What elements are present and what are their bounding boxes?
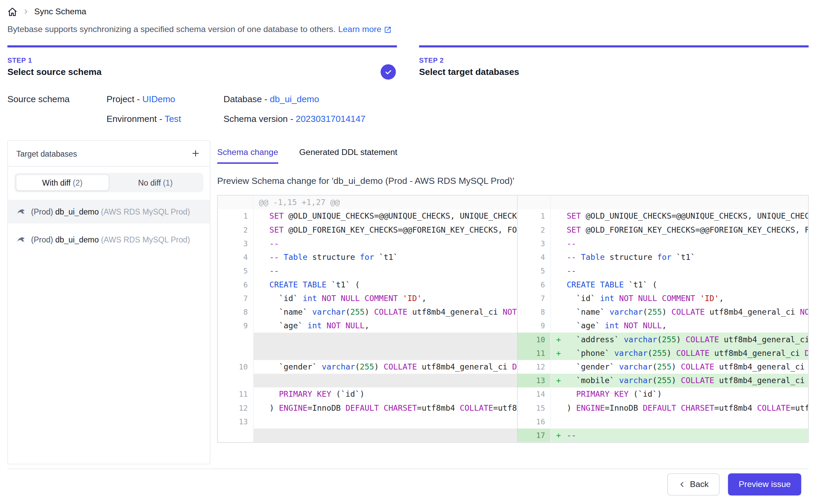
back-button[interactable]: Back bbox=[667, 473, 720, 495]
schema-diff-viewer[interactable]: @@ -1,15 +1,27 @@ 1SET @OLD_UNIQUE_CHECK… bbox=[217, 195, 809, 443]
diff-row: 6CREATE TABLE `t1` (6CREATE TABLE `t1` ( bbox=[218, 278, 808, 292]
main-content: Target databases With diff (2) No diff (… bbox=[7, 140, 809, 464]
list-item-database-1[interactable]: (Prod) db_ui_demo (AWS RDS MySQL Prod) bbox=[8, 200, 210, 224]
right-line-number: 3 bbox=[517, 237, 551, 250]
target-databases-title: Target databases bbox=[16, 149, 77, 158]
right-code: PRIMARY KEY (`id`) bbox=[551, 388, 808, 401]
diff-rows: 1SET @OLD_UNIQUE_CHECKS=@@UNIQUE_CHECKS,… bbox=[218, 209, 808, 442]
diff-filter-tabs: With diff (2) No diff (1) bbox=[14, 173, 204, 192]
left-line-number: 8 bbox=[218, 305, 253, 319]
diff-row: 9 `age` int NOT NULL,9 `age` int NOT NUL… bbox=[218, 319, 808, 332]
step-2-title: Select target databases bbox=[419, 67, 809, 78]
left-line-number: 5 bbox=[218, 264, 253, 278]
diff-row: 17+-- bbox=[218, 428, 808, 442]
diff-row: 11 PRIMARY KEY (`id`)14 PRIMARY KEY (`id… bbox=[218, 388, 808, 401]
right-code: ) ENGINE=InnoDB DEFAULT CHARSET=utf8mb4 … bbox=[551, 401, 808, 415]
left-line-number bbox=[218, 333, 253, 346]
left-line-number: 3 bbox=[218, 237, 253, 250]
target-database-list: (Prod) db_ui_demo (AWS RDS MySQL Prod) (… bbox=[8, 200, 210, 252]
tab-generated-ddl[interactable]: Generated DDL statement bbox=[299, 147, 397, 164]
project-label: Project - bbox=[107, 94, 140, 104]
tab-schema-change[interactable]: Schema change bbox=[217, 147, 278, 164]
diff-row: 10+ `address` varchar(255) COLLATE utf8m… bbox=[218, 333, 808, 346]
left-line-number: 12 bbox=[218, 401, 253, 415]
left-code: `age` int NOT NULL, bbox=[253, 319, 517, 332]
left-code: `id` int NOT NULL COMMENT 'ID', bbox=[253, 292, 517, 305]
preview-issue-label: Preview issue bbox=[739, 479, 791, 489]
left-code: -- bbox=[253, 264, 517, 278]
chevron-left-icon bbox=[678, 481, 686, 488]
step-1: STEP 1 Select source schema bbox=[7, 45, 397, 77]
left-line-number bbox=[218, 195, 253, 209]
diff-row: 1SET @OLD_UNIQUE_CHECKS=@@UNIQUE_CHECKS,… bbox=[218, 209, 808, 223]
external-link-icon[interactable] bbox=[384, 26, 392, 33]
preview-issue-button[interactable]: Preview issue bbox=[728, 473, 801, 495]
left-line-number: 11 bbox=[218, 388, 253, 401]
target-databases-header: Target databases bbox=[8, 141, 210, 167]
right-line-number: 16 bbox=[517, 415, 551, 428]
left-line-number: 6 bbox=[218, 278, 253, 292]
diff-row: 3--3-- bbox=[218, 237, 808, 250]
back-button-label: Back bbox=[690, 479, 709, 489]
mysql-icon bbox=[16, 207, 26, 217]
intro-text: Bytebase supports synchronizing a specif… bbox=[7, 25, 809, 34]
left-line-number bbox=[218, 346, 253, 360]
tab-no-diff-count: (1) bbox=[163, 178, 173, 187]
tab-with-diff-label: With diff bbox=[42, 178, 70, 187]
left-code: SET @OLD_UNIQUE_CHECKS=@@UNIQUE_CHECKS, … bbox=[253, 209, 517, 223]
diff-row: 1316 bbox=[218, 415, 808, 428]
right-code: + `phone` varchar(255) COLLATE utf8mb4_g… bbox=[551, 346, 808, 360]
right-line-number: 4 bbox=[517, 250, 551, 264]
left-line-number bbox=[218, 374, 253, 387]
schema-version-label: Schema version - bbox=[223, 114, 293, 124]
learn-more-link[interactable]: Learn more bbox=[338, 25, 381, 34]
schema-version-field: Schema version - 20230317014147 bbox=[223, 114, 809, 124]
database-name: db_ui_demo bbox=[55, 235, 99, 244]
right-code bbox=[551, 195, 808, 209]
right-code: -- bbox=[551, 264, 808, 278]
project-link[interactable]: UIDemo bbox=[142, 94, 175, 104]
diff-row: 8 `name` varchar(255) COLLATE utf8mb4_ge… bbox=[218, 305, 808, 319]
home-icon[interactable] bbox=[7, 6, 17, 16]
right-line-number: 5 bbox=[517, 264, 551, 278]
right-code: CREATE TABLE `t1` ( bbox=[551, 278, 808, 292]
left-code: `gender` varchar(255) COLLATE utf8mb4_ge… bbox=[253, 360, 517, 374]
database-field: Database - db_ui_demo bbox=[223, 94, 809, 105]
environment-link[interactable]: Test bbox=[164, 114, 181, 124]
right-line-number: 11 bbox=[517, 346, 551, 360]
chevron-right-icon bbox=[23, 9, 29, 15]
left-code bbox=[253, 374, 517, 387]
target-databases-panel: Target databases With diff (2) No diff (… bbox=[7, 140, 210, 464]
schema-version-link[interactable]: 20230317014147 bbox=[296, 114, 365, 124]
diff-hunk-header-row: @@ -1,15 +1,27 @@ bbox=[218, 195, 808, 209]
right-line-number: 13 bbox=[517, 374, 551, 387]
preview-tabs: Schema change Generated DDL statement bbox=[217, 140, 809, 164]
project-field: Project - UIDemo bbox=[107, 94, 224, 105]
add-target-database-button[interactable] bbox=[190, 147, 201, 159]
step-1-title: Select source schema bbox=[7, 67, 397, 78]
tab-no-diff[interactable]: No diff (1) bbox=[109, 174, 202, 191]
intro-description: Bytebase supports synchronizing a specif… bbox=[7, 25, 336, 34]
diff-row: 2SET @OLD_FOREIGN_KEY_CHECKS=@@FOREIGN_K… bbox=[218, 223, 808, 237]
source-schema-summary: Source schema Project - UIDemo Database … bbox=[7, 94, 809, 124]
left-line-number: 4 bbox=[218, 250, 253, 264]
right-code: SET @OLD_FOREIGN_KEY_CHECKS=@@FOREIGN_KE… bbox=[551, 223, 808, 237]
right-code: + `address` varchar(255) COLLATE utf8mb4… bbox=[551, 333, 808, 346]
left-code: `name` varchar(255) COLLATE utf8mb4_gene… bbox=[253, 305, 517, 319]
database-link[interactable]: db_ui_demo bbox=[270, 94, 319, 104]
list-item-database-2[interactable]: (Prod) db_ui_demo (AWS RDS MySQL Prod) bbox=[8, 228, 210, 252]
breadcrumb: Sync Schema bbox=[7, 0, 809, 18]
tab-with-diff-count: (2) bbox=[73, 178, 82, 187]
tab-with-diff[interactable]: With diff (2) bbox=[16, 174, 109, 191]
right-code: SET @OLD_UNIQUE_CHECKS=@@UNIQUE_CHECKS, … bbox=[551, 209, 808, 223]
right-line-number: 17 bbox=[517, 428, 551, 442]
diff-row: 12) ENGINE=InnoDB DEFAULT CHARSET=utf8mb… bbox=[218, 401, 808, 415]
sync-schema-page: Sync Schema Bytebase supports synchroniz… bbox=[0, 0, 816, 504]
page-title: Sync Schema bbox=[34, 7, 87, 16]
environment-field: Environment - Test bbox=[107, 114, 224, 124]
left-code: SET @OLD_FOREIGN_KEY_CHECKS=@@FOREIGN_KE… bbox=[253, 223, 517, 237]
preview-title: Preview Schema change for 'db_ui_demo (P… bbox=[217, 176, 809, 187]
right-code: `age` int NOT NULL, bbox=[551, 319, 808, 332]
database-instance: (AWS RDS MySQL Prod) bbox=[101, 207, 190, 216]
step-2-kicker: STEP 2 bbox=[419, 57, 809, 64]
